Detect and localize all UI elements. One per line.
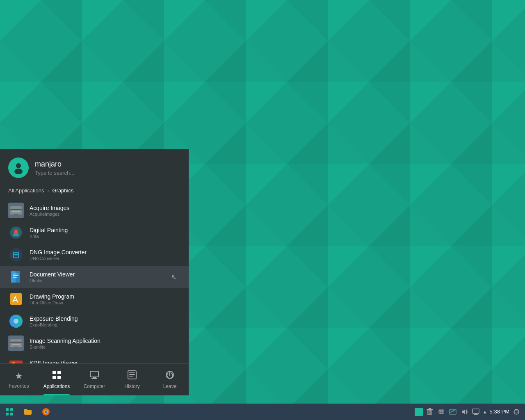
taskbar-app-filemanager[interactable]	[20, 405, 36, 418]
nav-label-computer: Computer	[84, 383, 105, 389]
trash-svg-icon	[426, 408, 434, 416]
app-subtitle-exposure-blending: ExpoBlending	[30, 322, 78, 327]
start-menu: manjaro Type to search... All Applicatio…	[0, 149, 189, 395]
nav-item-leave[interactable]: Leave	[151, 364, 189, 395]
network-svg-icon	[513, 409, 520, 415]
search-placeholder[interactable]: Type to search...	[35, 170, 74, 176]
app-item-digital-painting[interactable]: Digital Painting Krita	[0, 221, 189, 244]
svg-point-68	[514, 409, 519, 414]
app-item-image-scanning[interactable]: Image Scanning Application Skanlite	[0, 332, 189, 354]
app-item-exposure-blending[interactable]: Exposure Blending ExpoBlending	[0, 310, 189, 332]
svg-rect-45	[129, 376, 133, 377]
clock-time: 5:38 PM	[490, 409, 509, 415]
app-text-image-scanning: Image Scanning Application Skanlite	[30, 338, 100, 349]
svg-rect-20	[10, 339, 22, 347]
breadcrumb: All Applications › Graphics	[0, 184, 189, 197]
svg-rect-3	[10, 209, 22, 210]
svg-rect-37	[52, 376, 56, 379]
app-name-digital-painting: Digital Painting	[30, 227, 68, 233]
app-name-exposure-blending: Exposure Blending	[30, 315, 78, 322]
taskbar-start-button[interactable]	[2, 404, 17, 419]
svg-rect-43	[129, 372, 135, 373]
app-subtitle-image-scanning: Skanlite	[30, 345, 100, 349]
taskbar-clock: 5:38 PM	[490, 409, 509, 415]
svg-rect-63	[442, 413, 443, 414]
breadcrumb-arrow: ›	[47, 188, 49, 194]
app-item-kde-image-viewer[interactable]: KDE Image Viewer Gwenview	[0, 354, 189, 363]
app-name-acquire-images: Acquire Images	[30, 205, 69, 211]
skanlite-icon	[9, 336, 23, 351]
svg-rect-39	[90, 371, 98, 377]
apps-list: Acquire Images AcquireImages Digital Pai…	[0, 197, 189, 363]
app-text-kde-image-viewer: KDE Image Viewer Gwenview	[30, 360, 78, 364]
nav-item-history[interactable]: History	[113, 364, 151, 395]
svg-rect-22	[12, 344, 20, 345]
scanner-icon	[9, 203, 23, 218]
svg-rect-67	[474, 414, 478, 415]
drive-svg-icon	[437, 408, 445, 416]
svg-point-8	[14, 230, 18, 234]
volume-svg-icon	[461, 408, 468, 415]
app-name-dng-converter: DNG Image Converter	[30, 249, 87, 256]
app-item-drawing-program[interactable]: Drawing Program LibreOffice Draw	[0, 288, 189, 310]
svg-rect-50	[10, 413, 13, 415]
app-subtitle-document-viewer: Okular	[30, 278, 75, 283]
user-profile: manjaro Type to search...	[0, 149, 189, 184]
username: manjaro	[35, 160, 74, 169]
tray-expand-icon[interactable]: ▲	[483, 409, 487, 414]
app-text-digital-painting: Digital Painting Krita	[30, 227, 68, 239]
leave-icon	[165, 370, 174, 382]
taskbar-display-icon[interactable]	[471, 407, 480, 416]
svg-point-53	[45, 411, 47, 413]
nav-label-applications: Applications	[43, 383, 70, 389]
svg-rect-4	[12, 211, 20, 212]
expo-icon	[9, 314, 23, 329]
app-icon-drawing-program	[8, 291, 24, 307]
app-item-dng-converter[interactable]: DNG Image Converter DNGConverter	[0, 244, 189, 266]
firefox-icon	[41, 407, 50, 416]
svg-point-0	[16, 163, 21, 168]
app-icon-document-viewer	[8, 269, 24, 285]
taskbar-sysmon-icon[interactable]	[448, 407, 457, 416]
app-text-drawing-program: Drawing Program LibreOffice Draw	[30, 293, 74, 305]
app-subtitle-dng-converter: DNGConverter	[30, 256, 87, 261]
svg-rect-36	[57, 371, 61, 374]
app-item-document-viewer[interactable]: Document Viewer Okular ↖	[0, 266, 189, 288]
applications-icon	[52, 370, 61, 382]
krita-icon	[9, 225, 23, 240]
svg-rect-40	[93, 377, 96, 378]
svg-rect-65	[472, 409, 479, 413]
taskbar-trash-icon[interactable]	[425, 407, 434, 416]
app-item-acquire-images[interactable]: Acquire Images AcquireImages	[0, 199, 189, 221]
svg-rect-2	[10, 206, 22, 215]
breadcrumb-all-apps[interactable]: All Applications	[8, 187, 44, 194]
avatar	[8, 158, 29, 178]
app-name-document-viewer: Document Viewer	[30, 271, 75, 278]
app-name-kde-image-viewer: KDE Image Viewer	[30, 360, 78, 364]
power-icon	[165, 370, 174, 379]
svg-rect-62	[440, 413, 441, 414]
taskbar-app-firefox[interactable]	[38, 405, 54, 418]
filemanager-icon	[23, 407, 32, 416]
okular-icon	[9, 269, 23, 284]
taskbar-indicator-green	[415, 408, 423, 416]
app-subtitle-drawing-program: LibreOffice Draw	[30, 300, 74, 305]
nav-label-history: History	[124, 383, 139, 389]
svg-rect-24	[9, 361, 23, 363]
svg-rect-48	[10, 408, 13, 411]
monitor-icon	[90, 370, 99, 379]
taskbar-drive-icon[interactable]	[437, 407, 446, 416]
taskbar-volume-icon[interactable]	[460, 407, 469, 416]
nav-item-favorites[interactable]: ★ Favorites	[0, 364, 38, 395]
desktop: manjaro Type to search... All Applicatio…	[0, 0, 525, 420]
app-text-exposure-blending: Exposure Blending ExpoBlending	[30, 315, 78, 327]
taskbar-apps	[19, 405, 415, 418]
app-subtitle-acquire-images: AcquireImages	[30, 212, 69, 217]
svg-rect-35	[52, 371, 56, 374]
nav-item-computer[interactable]: Computer	[75, 364, 113, 395]
taskbar-right: ▲ 5:38 PM	[415, 407, 523, 416]
app-name-image-scanning: Image Scanning Application	[30, 338, 100, 344]
nav-item-applications[interactable]: Applications	[38, 364, 75, 395]
taskbar-network-icon[interactable]	[512, 407, 521, 416]
start-menu-icon	[5, 408, 14, 416]
